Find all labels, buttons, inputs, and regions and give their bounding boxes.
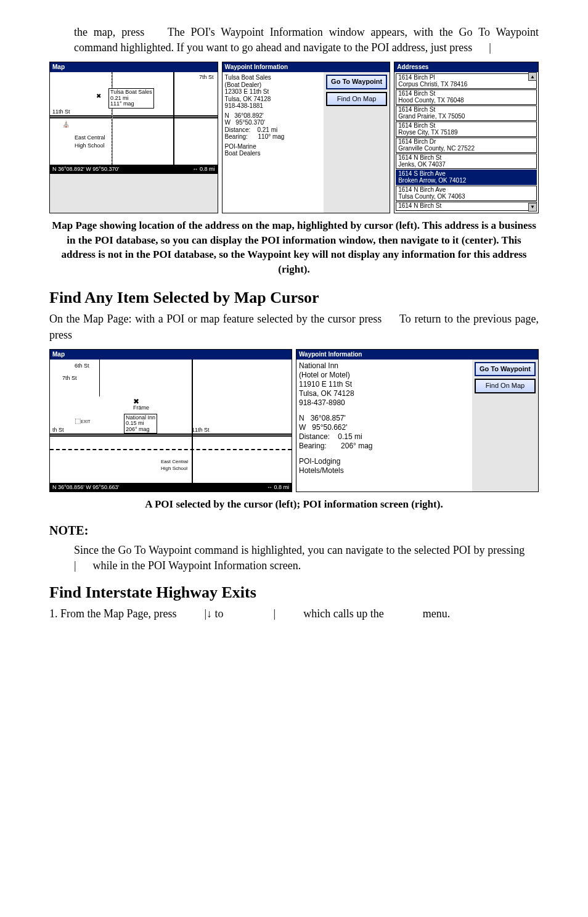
cursor-icon: ✖ bbox=[96, 92, 101, 101]
address-item[interactable]: 1614 N Birch AveTulsa County, OK 74063 bbox=[396, 186, 537, 201]
school-label: East CentralHigh School bbox=[75, 134, 105, 149]
paragraph-find-any-item: On the Map Page: with a POI or map featu… bbox=[49, 311, 539, 342]
cursor-label: National Inn 0.15 mi 206° mag bbox=[124, 414, 157, 434]
address-item[interactable]: 1614 Birch StHood County, TX 76048 bbox=[396, 89, 537, 105]
cursor-label: Tulsa Boat Sales 0.21 mi 111° mag bbox=[108, 88, 154, 108]
panel-title: Waypoint Information bbox=[223, 62, 390, 72]
coords-readout: N 36°08.856' W 95°50.663' bbox=[52, 483, 119, 491]
scroll-down-icon[interactable]: ▼ bbox=[528, 203, 537, 212]
go-to-waypoint-button[interactable]: Go To Waypoint bbox=[475, 362, 536, 376]
address-item[interactable]: 1614 Birch StRoyse City, TX 75189 bbox=[396, 121, 537, 137]
address-item[interactable]: 1614 N Birch St bbox=[396, 202, 537, 211]
coords-readout: N 36°08.892' W 95°50.370' bbox=[52, 165, 119, 173]
note-label: NOTE: bbox=[49, 522, 539, 539]
fig2-map-panel: Map 6th St 7th St th St 11th St East Cen… bbox=[49, 349, 292, 493]
fig2-waypoint-panel: Waypoint Information National Inn (Hotel… bbox=[296, 349, 539, 493]
panel-title: Addresses bbox=[394, 62, 538, 72]
panel-title: Map bbox=[50, 62, 218, 72]
figure-2: Map 6th St 7th St th St 11th St East Cen… bbox=[49, 349, 539, 493]
poi-icon: ⛪ bbox=[62, 120, 70, 129]
scale-readout: ↔ 0.8 mi bbox=[193, 165, 215, 173]
address-item[interactable]: 1614 S Birch AveBroken Arrow, OK 74012 bbox=[396, 170, 537, 185]
school-label: East Central High School bbox=[161, 458, 188, 472]
address-item[interactable]: 1614 Birch PlCorpus Christi, TX 78416 bbox=[396, 73, 537, 89]
map-statusbar: N 36°08.856' W 95°50.663' ↔ 0.8 mi bbox=[50, 483, 292, 492]
street-label: 7th St bbox=[199, 73, 214, 81]
poi-coords: N 36°08.892' W 95°50.370' Distance: 0.21… bbox=[225, 112, 321, 141]
fig1-map-panel: Map 11th St 7th St ✖ Tulsa Boat Sales 0.… bbox=[49, 62, 218, 213]
heading-find-highway-exits: Find Interstate Highway Exits bbox=[49, 582, 539, 604]
fig1-addresses-panel: Addresses 1614 Birch PlCorpus Christi, T… bbox=[394, 62, 539, 213]
paragraph-highway-exits: 1. From the Map Page, press |↓ to | whic… bbox=[49, 606, 539, 622]
find-on-map-button[interactable]: Find On Map bbox=[475, 379, 536, 393]
scale-readout: ↔ 0.8 mi bbox=[267, 483, 289, 491]
exit-icon: ⬚EXIT bbox=[75, 416, 91, 426]
street-label: 11th St bbox=[52, 108, 70, 116]
note-text: Since the Go To Waypoint command is high… bbox=[49, 543, 539, 574]
poi-address: National Inn (Hotel or Motel) 11910 E 11… bbox=[299, 361, 470, 408]
address-item[interactable]: 1614 Birch StGrand Prairie, TX 75050 bbox=[396, 105, 537, 121]
poi-category: POI-Lodging Hotels/Motels bbox=[299, 457, 470, 475]
cursor-icon: ✖ bbox=[133, 397, 139, 407]
map-statusbar: N 36°08.892' W 95°50.370' ↔ 0.8 mi bbox=[50, 165, 218, 174]
figure-1-caption: Map Page showing location of the address… bbox=[49, 218, 539, 277]
figure-1: Map 11th St 7th St ✖ Tulsa Boat Sales 0.… bbox=[49, 62, 539, 213]
address-item[interactable]: 1614 Birch DrGranville County, NC 27522 bbox=[396, 138, 537, 153]
panel-title: Waypoint Information bbox=[296, 350, 538, 360]
address-item[interactable]: 1614 N Birch StJenks, OK 74037 bbox=[396, 154, 537, 169]
address-list[interactable]: 1614 Birch PlCorpus Christi, TX 78416161… bbox=[394, 72, 538, 213]
street-label: th St bbox=[52, 426, 64, 434]
figure-2-caption: A POI selected by the cursor (left); POI… bbox=[49, 497, 539, 512]
poi-category: POI-Marine Boat Dealers bbox=[225, 143, 321, 157]
panel-title: Map bbox=[50, 350, 292, 360]
scroll-up-icon[interactable]: ▲ bbox=[528, 72, 537, 81]
poi-coords: N 36°08.857' W 95°50.662' Distance: 0.15… bbox=[299, 414, 470, 451]
heading-find-any-item: Find Any Item Selected by Map Cursor bbox=[49, 287, 539, 309]
street-label: 7th St bbox=[62, 374, 77, 382]
fig1-waypoint-panel: Waypoint Information Tulsa Boat Sales (B… bbox=[222, 62, 391, 213]
intro-paragraph: the map, press The POI's Waypoint Inform… bbox=[49, 25, 539, 56]
street-label: 6th St bbox=[75, 362, 89, 370]
find-on-map-button[interactable]: Find On Map bbox=[326, 92, 387, 106]
street-label: 11th St bbox=[192, 426, 210, 434]
poi-address: Tulsa Boat Sales (Boat Dealer) 12303 E 1… bbox=[225, 74, 321, 110]
go-to-waypoint-button[interactable]: Go To Waypoint bbox=[326, 75, 387, 89]
